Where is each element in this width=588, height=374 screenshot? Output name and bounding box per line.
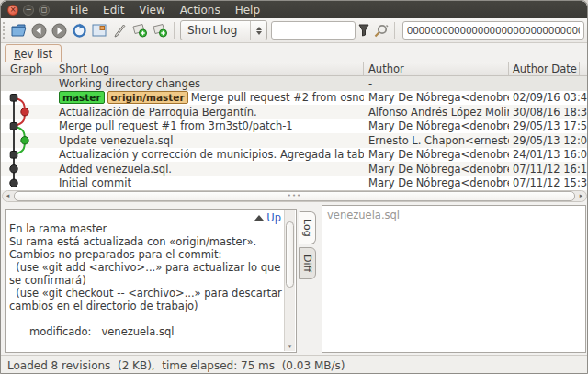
window-view-icon — [92, 24, 107, 37]
up-triangle-icon — [254, 215, 264, 221]
table-corner-button[interactable] — [580, 62, 588, 75]
format-patch-button[interactable] — [109, 21, 130, 40]
menu-edit[interactable]: Edit — [96, 3, 131, 17]
toolbar-separator — [174, 22, 175, 39]
short-log-text: Merge pull request #2 from osnoser1/ma… — [191, 91, 364, 104]
date-cell: 30/08/16 18:36 — [509, 106, 580, 119]
table-row[interactable]: Working directory changes - — [1, 76, 588, 91]
forward-icon — [51, 23, 67, 39]
short-log-cell: Actualización de Parroquia Bergantín. — [51, 106, 364, 119]
detail-vscrollbar[interactable]: ▾ — [284, 210, 295, 351]
table-row[interactable]: Added venezuela.sql. Mary De Nóbrega<den… — [1, 162, 588, 176]
apply-patch-icon — [152, 23, 168, 38]
scroll-right-icon[interactable]: ▸ — [576, 191, 586, 201]
menu-view[interactable]: View — [131, 3, 172, 17]
tab-rev-list[interactable]: Rev list — [5, 44, 62, 62]
hscrollbar-thumb[interactable]: ••• — [14, 191, 575, 201]
table-row[interactable]: Initial commit Mary De Nóbrega<denobreg…… — [1, 176, 588, 191]
forward-button[interactable] — [49, 21, 69, 40]
commit-graph — [1, 76, 51, 190]
author-cell: Mary De Nóbrega<denobreg… — [364, 148, 509, 161]
tab-label-rest: ev list — [20, 48, 51, 61]
statusbar: Loaded 8 revisions (2 KB), time elapsed:… — [1, 355, 587, 374]
toolbar-drag-handle[interactable] — [3, 22, 5, 39]
short-log-cell: master origin/master Merge pull request … — [51, 91, 364, 104]
view-mode-value: Short log — [187, 24, 237, 37]
branch-commit-node — [21, 108, 28, 116]
tab-log[interactable]: Log — [299, 211, 316, 244]
reload-icon — [72, 23, 87, 39]
short-log-cell: Merge pull request #1 from 3rn3st0/patch… — [51, 119, 364, 132]
date-cell: 29/05/13 17:54 — [509, 119, 580, 132]
commit-detail-pane: Up En la rama master Su rama está actual… — [5, 209, 297, 353]
column-header-short-log[interactable]: Short Log — [51, 62, 364, 75]
merge-node — [10, 123, 17, 130]
short-log-cell: Initial commit — [51, 176, 364, 189]
scroll-down-icon[interactable]: ▾ — [285, 343, 295, 350]
author-cell: Mary De Nóbrega<denobreg… — [364, 119, 509, 132]
author-cell: Alfonso Andrés López Molin… — [364, 106, 509, 119]
back-icon — [31, 23, 47, 39]
filter-toggle-button[interactable] — [356, 21, 372, 40]
short-log-cell: Added venezuela.sql. — [51, 163, 364, 176]
table-row[interactable]: Actualización de Parroquia Bergantín. Al… — [1, 105, 588, 119]
file-list-pane: venezuela.sql — [322, 205, 586, 353]
table-row[interactable]: Merge pull request #1 from 3rn3st0/patch… — [1, 119, 588, 134]
save-patch-button[interactable] — [130, 21, 150, 40]
open-repository-button[interactable] — [8, 21, 28, 40]
main-tabbar: Rev list — [1, 43, 587, 62]
branch-badge-master: master — [59, 91, 105, 104]
date-cell: 07/11/12 15:37 — [509, 176, 580, 189]
minimize-button[interactable]: − — [23, 5, 34, 16]
branch-badge-origin-master: origin/master — [107, 91, 188, 104]
view-mode-combobox[interactable]: Short log — [180, 20, 267, 40]
sha-input[interactable] — [402, 21, 584, 40]
funnel-icon — [358, 24, 369, 37]
apply-patch-button[interactable] — [150, 21, 170, 40]
menu-actions[interactable]: Actions — [173, 3, 228, 17]
column-header-author-date[interactable]: Author Date — [509, 62, 580, 75]
maximize-button[interactable]: ◻ — [39, 5, 50, 16]
table-row[interactable]: Update venezuela.sql Ernesto L. Chapon<e… — [1, 133, 588, 148]
author-cell: Mary De Nóbrega<denobreg… — [364, 163, 509, 176]
date-cell: 24/01/13 16:00 — [509, 148, 580, 161]
menu-file[interactable]: File — [62, 3, 96, 17]
table-row[interactable]: Actualización y corrección de municipios… — [1, 148, 588, 163]
vscrollbar-thumb[interactable] — [286, 221, 294, 288]
scrollbar-grip-icon: ••• — [288, 194, 301, 198]
commit-node — [10, 165, 17, 173]
revlist-hscrollbar[interactable]: ◂ ••• ▸ — [2, 190, 587, 202]
date-cell: 07/11/12 16:14 — [509, 163, 580, 176]
open-folder-icon — [11, 24, 27, 37]
close-button[interactable]: × — [7, 5, 18, 16]
filter-input[interactable] — [271, 21, 356, 40]
column-header-author[interactable]: Author — [364, 62, 509, 75]
column-header-graph[interactable]: Graph — [1, 62, 51, 75]
back-button[interactable] — [28, 21, 49, 40]
view-file-button[interactable] — [89, 21, 109, 40]
menu-help[interactable]: Help — [228, 3, 267, 17]
reload-button[interactable] — [69, 21, 89, 40]
short-log-cell: Working directory changes — [51, 77, 364, 90]
author-cell: - — [364, 77, 509, 90]
tab-diff[interactable]: Diff — [299, 247, 316, 279]
qgit-window: × − ◻ File Edit View Actions Help — [0, 0, 588, 374]
revlist-header: Graph Short Log Author Author Date — [1, 62, 588, 76]
revlist-body: Working directory changes - master origi… — [1, 76, 588, 190]
table-row[interactable]: master origin/master Merge pull request … — [1, 91, 588, 106]
toolbar: Short log — [1, 18, 587, 43]
commit-node — [10, 179, 17, 187]
highlight-search-button[interactable] — [372, 21, 390, 40]
detail-side-tabs: Log Diff — [299, 211, 319, 282]
git-status-text: En la rama master Su rama está actualiza… — [9, 222, 283, 350]
date-cell: 29/05/13 12:08 — [509, 134, 580, 147]
merge-node — [10, 152, 17, 159]
file-list-item[interactable]: venezuela.sql — [322, 206, 585, 221]
author-cell: Ernesto L. Chapon<ernestoc… — [364, 134, 509, 147]
author-cell: Mary De Nóbrega<denobreg… — [364, 91, 509, 104]
short-log-cell: Update venezuela.sql — [51, 134, 364, 147]
titlebar: × − ◻ File Edit View Actions Help — [1, 1, 587, 18]
scroll-left-icon[interactable]: ◂ — [3, 191, 13, 201]
short-log-cell: Actualización y corrección de municipios… — [51, 148, 364, 161]
status-text: Loaded 8 revisions (2 KB), time elapsed:… — [7, 359, 345, 372]
